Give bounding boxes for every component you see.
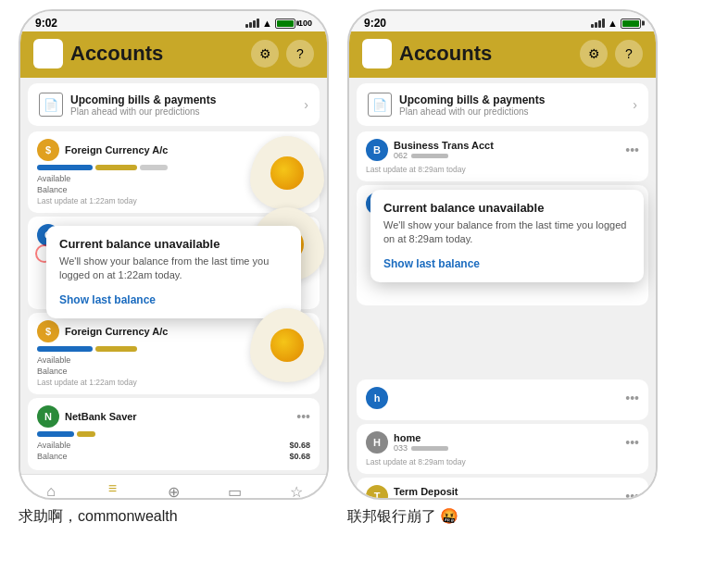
account-card-current1[interactable]: C ••• Current balance unavailable We'll … [28, 217, 320, 309]
netbank-icon: N [37, 405, 59, 428]
app-logo-left [33, 39, 63, 68]
nav-pay-left[interactable]: ⊕ Pay [143, 483, 204, 501]
bar-netbank2 [77, 431, 95, 437]
balance-popup-right: Current balance unavailable We'll show y… [370, 190, 644, 282]
app-title-right: Accounts [399, 42, 492, 66]
home-update: Last update at 8:29am today [366, 457, 639, 466]
battery-pct-left: 100 [298, 19, 312, 28]
bills-row-left[interactable]: 📄 Upcoming bills & payments Plan ahead w… [28, 83, 320, 126]
popup-title-left: Current balance unavailable [59, 237, 288, 251]
account-card-term[interactable]: T Term Deposit 0 ••• Last update at 8:29… [357, 478, 648, 500]
caption-left: 求助啊，commonwealth [19, 507, 329, 527]
business-update: Last update at 8:29am today [366, 165, 639, 174]
account-card-h[interactable]: h ••• [357, 379, 648, 420]
nav-home-left[interactable]: ⌂ Home [20, 483, 82, 500]
accounts-list-right: 📄 Upcoming bills & payments Plan ahead w… [349, 78, 656, 500]
app-logo-right [362, 39, 392, 68]
home-num-blur [411, 446, 448, 451]
caption-right: 联邦银行崩了 🤬 [347, 507, 658, 527]
balance-popup-left: Current balance unavailable We'll show y… [46, 226, 301, 318]
left-phone: 9:02 ▲ 100 Accounts [19, 9, 329, 500]
bills-sub-left: Plan ahead with our predictions [70, 106, 216, 117]
nav-cards-left[interactable]: ▭ Cards [205, 483, 266, 501]
netbank-name: NetBank Saver [65, 411, 137, 422]
business-number: 062 [394, 151, 408, 160]
right-phone: 9:20 ▲ Accounts ⚙ [347, 9, 658, 500]
time-right: 9:20 [364, 17, 386, 30]
status-bar-left: 9:02 ▲ 100 [20, 11, 327, 31]
account-card-business[interactable]: B Business Trans Acct 062 ••• Last updat… [357, 131, 648, 181]
foreign1-name: Foreign Currency A/c [65, 144, 168, 155]
show-last-balance-right[interactable]: Show last balance [383, 257, 480, 270]
show-last-balance-left[interactable]: Show last balance [59, 293, 156, 306]
foreign2-name: Foreign Currency A/c [65, 326, 168, 337]
bar1-blue [37, 165, 93, 170]
netbank-dots[interactable]: ••• [296, 409, 310, 424]
foreign2-icon: $ [37, 320, 59, 342]
account-card-foreign2[interactable]: $ Foreign Currency A/c ••• Available Bal… [28, 313, 320, 394]
battery-icon-right [621, 19, 641, 29]
bills-chevron-left: › [304, 97, 308, 112]
help-button-right[interactable]: ? [615, 40, 643, 68]
battery-icon-left [275, 19, 295, 29]
wifi-icon-right: ▲ [608, 18, 618, 29]
balance-label2: Balance [37, 367, 68, 376]
term-icon: T [366, 485, 388, 500]
account-card-netbank[interactable]: N NetBank Saver ••• Available $0.68 Bala… [28, 398, 320, 470]
egg-decoration3 [250, 308, 324, 382]
app-title-left: Accounts [70, 42, 163, 66]
account-card-home[interactable]: H home 033 ••• Last update at 8:29am tod… [357, 424, 648, 474]
egg-decoration1 [250, 136, 324, 210]
h-icon: h [366, 387, 388, 409]
h-dots[interactable]: ••• [625, 391, 639, 405]
app-header-left: Accounts ⚙ ? [20, 31, 327, 78]
bar1-gray [140, 165, 168, 170]
app-header-right: Accounts ⚙ ? [349, 31, 656, 78]
status-bar-right: 9:20 ▲ [349, 11, 656, 31]
business-name: Business Trans Acct [394, 140, 494, 151]
bills-title-right: Upcoming bills & payments [399, 93, 545, 106]
foreign1-icon: $ [37, 139, 59, 161]
available-label2: Available [37, 355, 70, 365]
popup-title-right: Current balance unavailable [383, 201, 631, 215]
available-val-nb: $0.68 [289, 441, 310, 450]
bills-icon-left: 📄 [39, 93, 63, 117]
settings-button-left[interactable]: ⚙ [251, 40, 279, 68]
term-number: 0 [394, 497, 398, 500]
bills-icon-right: 📄 [368, 93, 392, 117]
business-dots[interactable]: ••• [625, 143, 639, 157]
settings-button-right[interactable]: ⚙ [580, 40, 608, 68]
available-label1: Available [37, 174, 70, 183]
available-label-nb: Available [37, 441, 70, 450]
accounts-list-left: 📄 Upcoming bills & payments Plan ahead w… [20, 78, 327, 474]
signal-icon-right [591, 19, 605, 28]
business-num-blur [411, 154, 448, 158]
home-icon: H [366, 431, 388, 454]
term-name: Term Deposit [394, 486, 458, 497]
term-dots[interactable]: ••• [625, 489, 639, 500]
balance-label1: Balance [37, 185, 68, 194]
home-dots[interactable]: ••• [625, 435, 639, 450]
account-card-foreign1[interactable]: $ Foreign Currency A/c ••• Available Bal [28, 131, 320, 213]
bills-title-left: Upcoming bills & payments [70, 93, 216, 106]
bar1-yellow [95, 165, 137, 170]
home-number: 033 [394, 443, 408, 453]
bar2-yellow [95, 346, 137, 352]
popup-body-left: We'll show your balance from the last ti… [59, 255, 288, 283]
bills-row-right[interactable]: 📄 Upcoming bills & payments Plan ahead w… [357, 83, 648, 126]
nav-accounts-left[interactable]: ≡ Accounts [82, 480, 143, 500]
signal-icon-left [245, 19, 259, 28]
nav-foryou-left[interactable]: ☆ For you [266, 483, 327, 501]
term-num-blur [402, 500, 439, 501]
balance-val-nb: $0.68 [289, 452, 310, 461]
balance-label-nb: Balance [37, 452, 68, 461]
bottom-nav-left: ⌂ Home ≡ Accounts ⊕ Pay ▭ Cards ☆ For yo… [20, 474, 327, 500]
account-card-current-right[interactable]: S ••• Current balance unavailable We'll … [357, 185, 648, 305]
home-name: home [394, 432, 448, 443]
bills-sub-right: Plan ahead with our predictions [399, 106, 545, 117]
captions-row: 求助啊，commonwealth 联邦银行崩了 🤬 [0, 500, 728, 527]
bills-chevron-right: › [633, 97, 637, 112]
popup-body-right: We'll show your balance from the last ti… [383, 218, 631, 247]
wifi-icon-left: ▲ [262, 18, 272, 29]
help-button-left[interactable]: ? [286, 40, 314, 68]
